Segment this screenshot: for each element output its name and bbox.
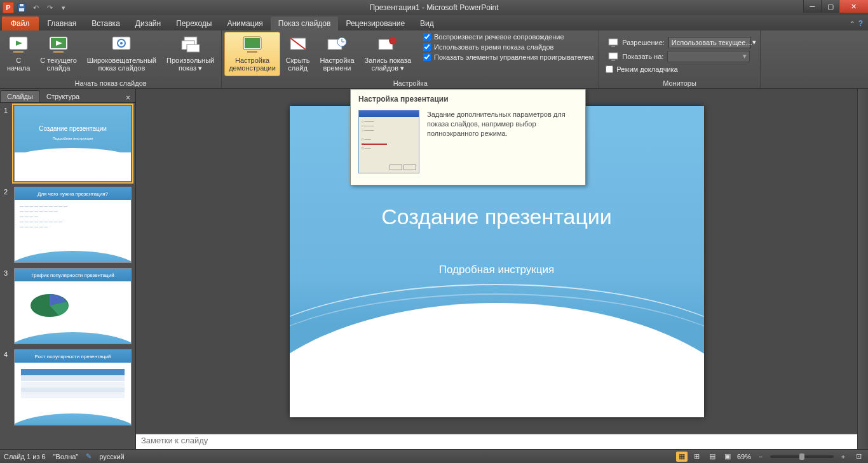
group-label: Начать показ слайдов bbox=[3, 78, 219, 88]
tab-animation[interactable]: Анимация bbox=[219, 17, 270, 30]
tooltip: Настройка презентации ○ ———○ ———○ ———□ —… bbox=[350, 89, 586, 185]
ribbon-help: ⌃ ? bbox=[844, 17, 868, 30]
record-slideshow-button[interactable]: Запись показа слайдов ▾ bbox=[360, 32, 416, 76]
record-icon bbox=[377, 34, 398, 55]
svg-rect-29 bbox=[609, 53, 618, 59]
monitor-icon bbox=[608, 52, 618, 61]
custom-show-button[interactable]: Произвольный показ ▾ bbox=[162, 32, 219, 76]
resolution-label: Разрешение: bbox=[622, 39, 665, 46]
tab-design[interactable]: Дизайн bbox=[128, 17, 168, 30]
slides-panel: Слайды Структура × 1 Создание презентаци… bbox=[0, 89, 136, 449]
thumb-number: 1 bbox=[4, 105, 11, 182]
ribbon-tabs: Файл Главная Вставка Дизайн Переходы Ани… bbox=[0, 15, 868, 30]
maximize-button[interactable]: ▢ bbox=[821, 0, 839, 13]
monitor-icon bbox=[608, 38, 618, 47]
use-timings-checkbox[interactable]: Использовать время показа слайдов bbox=[421, 42, 596, 52]
qat-dropdown-icon[interactable]: ▾ bbox=[57, 1, 70, 14]
minimize-button[interactable]: ─ bbox=[803, 0, 821, 13]
file-tab[interactable]: Файл bbox=[2, 17, 39, 30]
thumb-number: 3 bbox=[4, 268, 11, 344]
slide-counter: Слайд 1 из 6 bbox=[4, 453, 46, 460]
quick-access-toolbar: P ↶ ↷ ▾ bbox=[0, 1, 70, 14]
undo-icon[interactable]: ↶ bbox=[29, 1, 42, 14]
zoom-in-button[interactable]: + bbox=[837, 452, 849, 462]
tooltip-image: ○ ———○ ———○ ———□ ——□ ——□ —— bbox=[358, 110, 419, 173]
play-narrations-checkbox[interactable]: Воспроизвести речевое сопровождение bbox=[421, 32, 596, 42]
tab-slideshow[interactable]: Показ слайдов bbox=[271, 17, 339, 30]
help-icon[interactable]: ? bbox=[858, 19, 863, 28]
zoom-level[interactable]: 69% bbox=[737, 453, 751, 460]
zoom-out-button[interactable]: − bbox=[755, 452, 766, 462]
rehearse-timings-button[interactable]: Настройка времени bbox=[315, 32, 358, 76]
chevron-down-icon: ▾ bbox=[752, 38, 756, 46]
svg-rect-18 bbox=[247, 51, 257, 53]
svg-rect-9 bbox=[53, 51, 64, 53]
normal-view-button[interactable]: ▦ bbox=[676, 452, 688, 462]
spell-check-icon[interactable]: ✎ bbox=[86, 452, 92, 460]
svg-rect-5 bbox=[13, 51, 24, 53]
slideshow-view-button[interactable]: ▣ bbox=[722, 452, 733, 462]
tab-home[interactable]: Главная bbox=[40, 17, 85, 30]
language-indicator[interactable]: русский bbox=[99, 453, 124, 460]
tab-view[interactable]: Вид bbox=[412, 17, 442, 30]
slide-thumbnail[interactable]: 3 График популярности презентаций bbox=[4, 268, 132, 344]
group-monitors: Разрешение: Использовать текущее…▾ Показ… bbox=[599, 30, 761, 88]
resolution-dropdown[interactable]: Использовать текущее…▾ bbox=[668, 37, 751, 48]
slide-title[interactable]: Создание презентации bbox=[290, 205, 704, 229]
group-start-slideshow: С начала С текущего слайда Широковещател… bbox=[0, 30, 222, 88]
slide-subtitle[interactable]: Подробная инструкция bbox=[290, 264, 704, 276]
minimize-ribbon-icon[interactable]: ⌃ bbox=[850, 20, 855, 27]
play-current-icon bbox=[48, 34, 69, 55]
slide-thumbnail[interactable]: 4 Рост популярности презентаций bbox=[4, 349, 132, 426]
thumb-title: График популярности презентаций bbox=[15, 269, 131, 281]
slide-canvas[interactable]: Создание презентации Подробная инструкци… bbox=[136, 89, 857, 434]
from-current-button[interactable]: С текущего слайда bbox=[36, 32, 81, 76]
show-on-dropdown[interactable]: ▾ bbox=[667, 51, 750, 62]
theme-name: "Волна" bbox=[53, 453, 79, 460]
powerpoint-icon: P bbox=[3, 2, 14, 13]
svg-rect-17 bbox=[245, 38, 260, 48]
thumbnails-list: 1 Создание презентации Подробная инструк… bbox=[0, 103, 135, 449]
tab-transitions[interactable]: Переходы bbox=[168, 17, 219, 30]
window-controls: ─ ▢ ✕ bbox=[803, 0, 868, 13]
presenter-view-checkbox[interactable]: Режим докладчика bbox=[606, 64, 680, 74]
tab-review[interactable]: Рецензирование bbox=[338, 17, 412, 30]
redo-icon[interactable]: ↷ bbox=[43, 1, 56, 14]
svg-point-26 bbox=[389, 37, 397, 44]
tab-insert[interactable]: Вставка bbox=[84, 17, 128, 30]
svg-rect-28 bbox=[611, 46, 615, 47]
broadcast-icon bbox=[111, 34, 132, 55]
show-on-label: Показать на: bbox=[622, 53, 663, 60]
svg-rect-27 bbox=[609, 39, 618, 45]
svg-rect-30 bbox=[611, 60, 615, 61]
clock-icon bbox=[327, 34, 347, 55]
hide-slide-icon bbox=[288, 34, 308, 55]
hide-slide-button[interactable]: Скрыть слайд bbox=[281, 32, 315, 76]
save-icon[interactable] bbox=[15, 1, 28, 14]
play-icon bbox=[8, 34, 29, 55]
thumb-subtitle: Подробная инструкция bbox=[15, 137, 131, 140]
zoom-slider[interactable] bbox=[770, 455, 834, 458]
slide-thumbnail[interactable]: 2 Для чего нужна презентация? — — — — — … bbox=[4, 187, 132, 263]
from-beginning-button[interactable]: С начала bbox=[3, 32, 34, 76]
fit-to-window-button[interactable]: ⊡ bbox=[853, 452, 864, 462]
reading-view-button[interactable]: ▤ bbox=[707, 452, 718, 462]
svg-point-12 bbox=[120, 42, 123, 44]
slides-tab[interactable]: Слайды bbox=[0, 90, 40, 102]
sorter-view-button[interactable]: ⊞ bbox=[691, 452, 703, 462]
tooltip-text: Задание дополнительных параметров для по… bbox=[427, 110, 578, 173]
broadcast-button[interactable]: Широковещательный показ слайдов bbox=[83, 32, 161, 76]
panel-tabs: Слайды Структура × bbox=[0, 89, 135, 103]
setup-slideshow-button[interactable]: Настройка демонстрации bbox=[224, 32, 280, 76]
outline-tab[interactable]: Структура bbox=[40, 91, 86, 102]
close-button[interactable]: ✕ bbox=[839, 0, 868, 13]
tooltip-title: Настройка презентации bbox=[351, 90, 585, 106]
show-media-controls-checkbox[interactable]: Показать элементы управления проигрывате… bbox=[421, 52, 596, 62]
notes-pane[interactable]: Заметки к слайду bbox=[136, 434, 857, 449]
vertical-scrollbar[interactable] bbox=[857, 89, 868, 449]
slide-thumbnail[interactable]: 1 Создание презентации Подробная инструк… bbox=[4, 105, 132, 182]
thumb-number: 2 bbox=[4, 187, 11, 263]
close-panel-icon[interactable]: × bbox=[121, 93, 135, 102]
window-title: Презентация1 - Microsoft PowerPoint bbox=[369, 3, 498, 12]
workspace: Слайды Структура × 1 Создание презентаци… bbox=[0, 89, 868, 449]
